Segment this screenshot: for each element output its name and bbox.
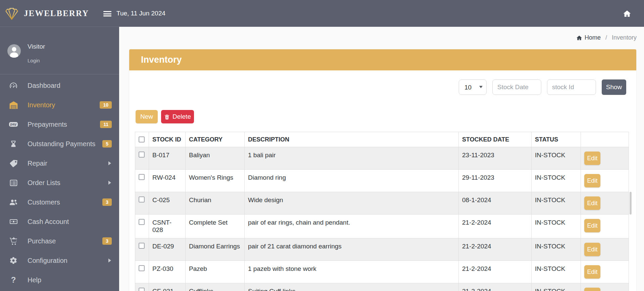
show-button[interactable]: Show: [602, 79, 626, 95]
edit-button[interactable]: Edit: [584, 265, 600, 279]
row-checkbox[interactable]: [139, 152, 145, 158]
edit-button[interactable]: Edit: [584, 219, 600, 232]
breadcrumb-home-link[interactable]: Home: [576, 34, 601, 41]
pay-icon: pay: [8, 122, 18, 127]
cell-stocked-date: 08-1-2024: [459, 192, 532, 215]
select-all-checkbox[interactable]: [139, 136, 145, 142]
inventory-count-badge: 10: [100, 101, 112, 109]
brand-title: JEWELBERRY: [24, 9, 89, 18]
login-link[interactable]: Login: [28, 58, 45, 63]
sidebar-item-label: Inventory: [28, 101, 55, 109]
table-row: CSNT-028 Complete Set pair of ear rings,…: [135, 215, 629, 238]
row-checkbox[interactable]: [139, 174, 145, 180]
cell-status: IN-STOCK: [532, 192, 581, 215]
breadcrumb-current: Inventory: [612, 34, 637, 41]
sidebar-item-cash-account[interactable]: Cash Account: [0, 212, 119, 231]
edit-button[interactable]: Edit: [584, 196, 600, 210]
table-row: B-017 Baliyan 1 bali pair 23-11-2023 IN-…: [135, 147, 629, 170]
cell-status: IN-STOCK: [532, 147, 581, 170]
outstanding-count-badge: 5: [102, 140, 112, 148]
cell-description: pair of 21 carat diamond earrings: [245, 238, 459, 261]
money-icon: [8, 218, 18, 226]
brand: JEWELBERRY: [4, 0, 89, 27]
sidebar-item-dashboard[interactable]: Dashboard: [0, 76, 119, 95]
card-body: 10 Show New Delete: [129, 79, 636, 291]
table-row: PZ-030 Pazeb 1 pazeb with stone work 21-…: [135, 261, 629, 283]
current-date: Tue, 11 Jun 2024: [116, 0, 165, 27]
stock-id-input[interactable]: [547, 79, 596, 95]
delete-button[interactable]: Delete: [161, 110, 194, 123]
cell-description: Diamond ring: [245, 170, 459, 192]
edit-button[interactable]: Edit: [584, 288, 600, 291]
warehouse-icon: [8, 101, 18, 110]
hamburger-menu-icon[interactable]: [103, 11, 111, 16]
main-content: Home / Inventory Inventory 10 Show New: [119, 27, 644, 291]
filter-bar: 10 Show: [135, 79, 626, 95]
edit-button[interactable]: Edit: [584, 152, 600, 165]
home-icon[interactable]: [623, 9, 631, 18]
cell-category: Churian: [186, 192, 245, 215]
edit-button[interactable]: Edit: [584, 174, 600, 187]
table-row: C-025 Churian Wide design 08-1-2024 IN-S…: [135, 192, 629, 215]
cell-category: Women's Rings: [186, 170, 245, 192]
row-checkbox[interactable]: [139, 243, 145, 249]
inventory-card: Inventory 10 Show New: [129, 49, 636, 291]
sidebar-item-label: Cash Account: [28, 218, 69, 226]
top-header: JEWELBERRY Tue, 11 Jun 2024: [0, 0, 644, 27]
row-checkbox[interactable]: [139, 288, 145, 291]
tag-icon: [8, 159, 18, 168]
cell-category: Cufflinks: [186, 283, 245, 291]
cell-status: IN-STOCK: [532, 215, 581, 238]
breadcrumb: Home / Inventory: [576, 34, 637, 41]
chevron-right-icon: [108, 258, 111, 263]
sidebar-item-purchase[interactable]: Purchase 3: [0, 231, 119, 251]
cell-status: IN-STOCK: [532, 170, 581, 192]
cell-description: Wide design: [245, 192, 459, 215]
row-checkbox[interactable]: [139, 219, 145, 225]
sidebar-item-prepayments[interactable]: pay Prepayments 11: [0, 115, 119, 134]
cell-description: 1 pazeb with stone work: [245, 261, 459, 283]
cell-description: pair of ear rings, chain and pendant.: [245, 215, 459, 238]
cell-stock-id: CF-031: [149, 283, 186, 291]
sidebar-item-configuration[interactable]: Configuration: [0, 251, 119, 270]
cell-category: Baliyan: [186, 147, 245, 170]
users-icon: [8, 198, 18, 207]
stock-date-input[interactable]: [492, 79, 541, 95]
row-checkbox[interactable]: [139, 265, 145, 271]
page-size-select[interactable]: 10: [459, 79, 487, 95]
action-bar: New Delete: [136, 110, 629, 123]
cell-category: Pazeb: [186, 261, 245, 283]
dashboard-icon: [8, 81, 18, 90]
breadcrumb-separator: /: [605, 34, 607, 41]
cell-category: Diamond Earrings: [186, 238, 245, 261]
cell-description: 1 bali pair: [245, 147, 459, 170]
cell-stock-id: DE-029: [149, 238, 186, 261]
cell-stocked-date: 21-2-2024: [459, 238, 532, 261]
sidebar-item-help[interactable]: ? Help: [0, 270, 119, 290]
scrollbar-thumb[interactable]: [630, 192, 632, 215]
row-checkbox[interactable]: [139, 196, 145, 202]
cell-stocked-date: 21-2-2024: [459, 215, 532, 238]
edit-button[interactable]: Edit: [584, 243, 600, 256]
column-header-category: CATEGORY: [186, 132, 245, 147]
sidebar-item-label: Order Lists: [28, 179, 60, 187]
sidebar-item-order-lists[interactable]: Order Lists: [0, 173, 119, 192]
question-icon: ?: [8, 275, 18, 285]
table-header-row: STOCK ID CATEGORY DESCRIPTION STOCKED DA…: [135, 132, 629, 147]
gear-icon: [8, 256, 18, 265]
new-button[interactable]: New: [136, 110, 158, 123]
home-small-icon: [576, 35, 582, 41]
cell-stock-id: RW-024: [149, 170, 186, 192]
table-row: DE-029 Diamond Earrings pair of 21 carat…: [135, 238, 629, 261]
sidebar-item-inventory[interactable]: Inventory 10: [0, 95, 119, 115]
sidebar-item-repair[interactable]: Repair: [0, 154, 119, 173]
sidebar-item-customers[interactable]: Customers 3: [0, 192, 119, 212]
sidebar-item-outstanding-payments[interactable]: Outstanding Payments 5: [0, 134, 119, 154]
hourglass-icon: [8, 140, 18, 148]
jewelberry-logo-icon: [4, 6, 19, 20]
card-header: Inventory: [129, 49, 636, 70]
list-icon: [8, 179, 18, 187]
inventory-table: STOCK ID CATEGORY DESCRIPTION STOCKED DA…: [135, 132, 629, 291]
column-header-actions: [581, 132, 629, 147]
sidebar-item-label: Help: [28, 276, 41, 284]
